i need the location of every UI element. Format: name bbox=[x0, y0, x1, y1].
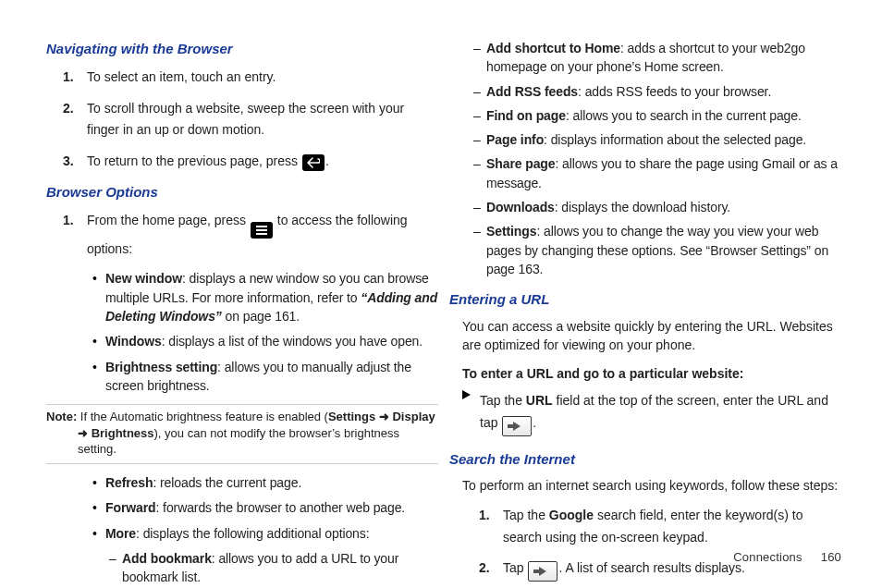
options-bullets-1: New window: displays a new window so you… bbox=[46, 269, 438, 395]
search-step-1: 1. Tap the Google search field, enter th… bbox=[503, 505, 841, 549]
column-left: Navigating with the Browser 1.To select … bbox=[46, 39, 438, 570]
opt-refresh: Refresh: reloads the current page. bbox=[105, 473, 438, 492]
more-find-on-page: Find on page: allows you to search in th… bbox=[486, 106, 841, 125]
more-settings: Settings: allows you to change the way y… bbox=[486, 222, 841, 278]
more-downloads: Downloads: displays the download history… bbox=[486, 198, 841, 216]
menu-icon bbox=[251, 222, 273, 239]
column-right: Add shortcut to Home: adds a shortcut to… bbox=[449, 39, 841, 570]
entering-url-text: You can access a website quickly by ente… bbox=[462, 317, 841, 355]
more-share-page: Share page: allows you to share the page… bbox=[486, 154, 841, 192]
search-steps: 1. Tap the Google search field, enter th… bbox=[449, 505, 841, 582]
more-dashes-right: Add shortcut to Home: adds a shortcut to… bbox=[449, 39, 841, 278]
options-list: 1. From the home page, press to access t… bbox=[46, 210, 438, 261]
footer-page-number: 160 bbox=[821, 550, 841, 564]
opt-more: More: displays the following additional … bbox=[105, 524, 438, 543]
triangle-bullet-icon bbox=[462, 390, 471, 399]
heading-navigating: Navigating with the Browser bbox=[46, 39, 438, 59]
opt-new-window: New window: displays a new window so you… bbox=[105, 269, 438, 325]
footer-section: Connections bbox=[733, 550, 802, 564]
more-page-info: Page info: displays information about th… bbox=[486, 130, 841, 149]
nav-step-2: 2.To scroll through a website, sweep the… bbox=[87, 98, 438, 142]
back-icon bbox=[302, 154, 325, 171]
heading-search-internet: Search the Internet bbox=[449, 449, 841, 470]
more-add-shortcut: Add shortcut to Home: adds a shortcut to… bbox=[486, 39, 841, 77]
nav-step-1: 1.To select an item, touch an entry. bbox=[87, 67, 438, 89]
more-dashes-left: Add bookmark: allows you to add a URL to… bbox=[46, 549, 438, 587]
manual-page: Navigating with the Browser 1.To select … bbox=[0, 0, 882, 588]
note-brightness: Note: If the Automatic brightness featur… bbox=[46, 404, 438, 464]
heading-entering-url: Entering a URL bbox=[449, 289, 841, 310]
enter-url-step: Tap the URL field at the top of the scre… bbox=[449, 390, 841, 436]
opt-windows: Windows: displays a list of the windows … bbox=[105, 332, 438, 350]
option-step-1: 1. From the home page, press to access t… bbox=[87, 210, 438, 261]
go-arrow-icon bbox=[502, 416, 532, 436]
more-add-bookmark: Add bookmark: allows you to add a URL to… bbox=[122, 549, 438, 587]
nav-list: 1.To select an item, touch an entry. 2.T… bbox=[46, 67, 438, 173]
search-intro: To perform an internet search using keyw… bbox=[462, 476, 841, 495]
nav-step-3: 3. To return to the previous page, press… bbox=[87, 151, 438, 173]
enter-url-subhead: To enter a URL and go to a particular we… bbox=[462, 364, 841, 383]
options-bullets-2: Refresh: reloads the current page. Forwa… bbox=[46, 473, 438, 543]
heading-browser-options: Browser Options bbox=[46, 182, 438, 202]
opt-brightness: Brightness setting: allows you to manual… bbox=[105, 358, 438, 396]
more-add-rss: Add RSS feeds: adds RSS feeds to your br… bbox=[486, 82, 841, 101]
opt-forward: Forward: forwards the browser to another… bbox=[105, 498, 438, 517]
go-arrow-icon bbox=[528, 561, 557, 582]
page-footer: Connections160 bbox=[733, 550, 841, 564]
